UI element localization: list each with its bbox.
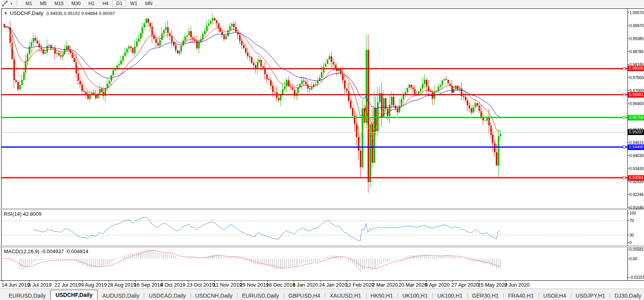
date-label: 3 Jul 2019 <box>28 282 52 288</box>
chart-tab-fra40-h1[interactable]: FRA40,H1 <box>503 291 538 300</box>
chart-window: ▼ USDCHF,Daily 0.94935 0.95192 0.94884 0… <box>0 7 644 281</box>
chart-tab-audusd-daily[interactable]: AUDUSD,Daily <box>98 291 144 300</box>
chart-tab-uk100-h1[interactable]: UK100,H1 <box>432 291 467 300</box>
macd-canvas[interactable] <box>2 247 627 280</box>
timeframe-button-mn[interactable]: MN <box>141 0 156 7</box>
date-label: 14 Jun 2019 <box>2 282 30 288</box>
chart-tab-eurusd-daily[interactable]: EURUSD,Daily <box>237 291 283 300</box>
chart-tab-dj30-daily[interactable]: DJ30,Daily <box>610 291 644 300</box>
horizontal-line-0.94408[interactable] <box>2 146 627 148</box>
rsi-tick-label: 0 <box>629 241 632 245</box>
chart-tab-gbpusd-h4[interactable]: GBPUSD,H4 <box>284 291 325 300</box>
timeframe-button-d1[interactable]: D1 <box>112 0 126 7</box>
price-tick-label: 0.99970 <box>629 24 644 28</box>
macd-tick-label: -0.01151 <box>629 275 644 280</box>
price-tick-label: 0.93430 <box>629 166 644 170</box>
macd-label: MACD(12,26,9) -0.004937 -0.004814 <box>4 248 88 254</box>
ohlc-readout: 0.94935 0.95192 0.94884 0.95097 <box>46 11 115 16</box>
timeframe-buttons: M1M5M15M30H1H4D1W1MN <box>22 0 156 7</box>
date-label: 28 Aug 2019 <box>107 282 136 288</box>
chart-title: ▼ USDCHF,Daily 0.94935 0.95192 0.94884 0… <box>4 10 115 16</box>
date-label: 27 Apr 2020 <box>451 282 479 288</box>
rsi-tick-tick <box>627 220 629 221</box>
price-tick-tick <box>627 207 629 207</box>
timeframe-button-w1[interactable]: W1 <box>126 0 141 7</box>
chart-tab-hk50-h1[interactable]: HK50,H1 <box>366 291 398 300</box>
chart-tabs: EURUSD,DailyUSDCHF,DailyAUDUSD,DailyUSDC… <box>4 290 644 300</box>
price-tick-label: 1.00570 <box>629 10 644 15</box>
mt4-terminal: ▾ M1M5M15M30H1H4D1W1MN ▼ USDCHF,Daily 0.… <box>0 0 644 300</box>
chart-tab-ger30-h1[interactable]: GER30,H1 <box>467 291 504 300</box>
rsi-label: RSI(14) 42.8009 <box>4 211 41 217</box>
chart-tab-usoil-h4[interactable]: USOil,H4 <box>539 291 571 300</box>
macd-tick-label: 0.00 <box>629 257 637 261</box>
chart-tab-uk100-h1[interactable]: UK100,H1 <box>397 291 432 300</box>
price-tick-tick <box>627 90 629 91</box>
date-label: 20 Mar 2020 <box>399 282 427 288</box>
timeframe-button-m30[interactable]: M30 <box>68 0 85 7</box>
drawing-tool-icon[interactable] <box>1 0 9 7</box>
date-label: 8 Apr 2020 <box>425 282 450 288</box>
line-handle-0.94408[interactable] <box>623 146 626 148</box>
date-label: 3 Jun 2020 <box>504 282 530 288</box>
line-handle-0.93004[interactable] <box>623 176 626 179</box>
price-tick-label: 0.99385 <box>629 36 644 41</box>
line-handle-0.98008[interactable] <box>623 67 626 70</box>
date-label: 22 Jul 2019 <box>55 282 81 288</box>
date-label: 2 Mar 2020 <box>372 282 398 288</box>
date-label: 12 Feb 2020 <box>346 282 374 288</box>
line-price-badge-0.96803: 0.96803 <box>628 92 644 98</box>
macd-tick-tick <box>627 277 629 278</box>
price-tick-label: 0.98785 <box>629 49 644 54</box>
timeframe-button-m15[interactable]: M15 <box>50 0 67 7</box>
line-price-badge-0.95758: 0.95758 <box>628 115 644 120</box>
timeframe-button-h4[interactable]: H4 <box>98 0 112 7</box>
chart-tab-eurusd-daily[interactable]: EURUSD,Daily <box>4 291 50 300</box>
line-handle-0.95758[interactable] <box>623 116 626 119</box>
rsi-tick-label: 100 <box>629 211 636 215</box>
line-price-badge-0.94408: 0.94408 <box>628 144 644 150</box>
chart-tab-usdjpy-h1[interactable]: USDJPY,H1 <box>571 291 610 300</box>
rsi-tick-tick <box>627 243 629 243</box>
timeframe-button-h1[interactable]: H1 <box>85 0 98 7</box>
rsi-tick-label: 70 <box>629 219 634 223</box>
toolbar-grip <box>17 1 19 6</box>
macd-pane[interactable]: MACD(12,26,9) -0.004937 -0.004814 <box>2 247 627 280</box>
macd-tick-tick <box>627 249 629 250</box>
current-price-line <box>2 132 627 133</box>
price-tick-tick <box>627 51 629 52</box>
chart-tab-xauusd-h1[interactable]: XAUUSD,H1 <box>325 291 366 300</box>
price-tick-tick <box>627 143 629 143</box>
date-label: 6 Jan 2020 <box>293 282 318 288</box>
date-label: 4 Oct 2019 <box>160 282 186 288</box>
rsi-pane[interactable]: RSI(14) 42.8009 <box>2 210 627 246</box>
date-label: 18 Dec 2019 <box>266 282 295 288</box>
rsi-tick-tick <box>627 235 629 235</box>
tool-dropdown-arrow-icon[interactable]: ▾ <box>9 2 14 6</box>
horizontal-line-0.93004[interactable] <box>2 177 627 178</box>
price-tick-label: 0.92245 <box>629 192 644 196</box>
symbol-period-label: USDCHF,Daily <box>10 10 43 16</box>
price-tick-tick <box>627 26 629 26</box>
horizontal-line-0.98008[interactable] <box>2 68 627 69</box>
price-tick-label: 0.94030 <box>629 153 644 157</box>
date-label: 23 Oct 2019 <box>187 282 215 288</box>
timeframe-toolbar: ▾ M1M5M15M30H1H4D1W1MN <box>0 0 644 7</box>
horizontal-line-0.96803[interactable] <box>2 94 627 95</box>
line-handle-0.96803[interactable] <box>623 93 626 96</box>
chart-tab-usdchf-daily[interactable]: USDCHF,Daily <box>50 290 98 300</box>
rsi-canvas[interactable] <box>2 210 627 246</box>
chart-tab-usdcad-daily[interactable]: USDCAD,Daily <box>144 291 190 300</box>
horizontal-line-0.95758[interactable] <box>2 117 627 118</box>
current-price-badge: 0.95097 <box>628 130 644 135</box>
date-axis[interactable]: 14 Jun 20193 Jul 201922 Jul 20199 Aug 20… <box>0 281 644 289</box>
symbol-dropdown-icon[interactable]: ▼ <box>4 11 7 15</box>
date-label: 24 Jan 2020 <box>319 282 348 288</box>
price-tick-label: 0.97600 <box>629 75 644 80</box>
trendline-glyph <box>2 1 7 6</box>
timeframe-button-m1[interactable]: M1 <box>22 0 36 7</box>
timeframe-button-m5[interactable]: M5 <box>36 0 51 7</box>
price-tick-tick <box>627 77 629 78</box>
chart-tab-usdcnh-daily[interactable]: USDCNH,Daily <box>191 291 237 300</box>
price-tick-tick <box>627 181 629 182</box>
